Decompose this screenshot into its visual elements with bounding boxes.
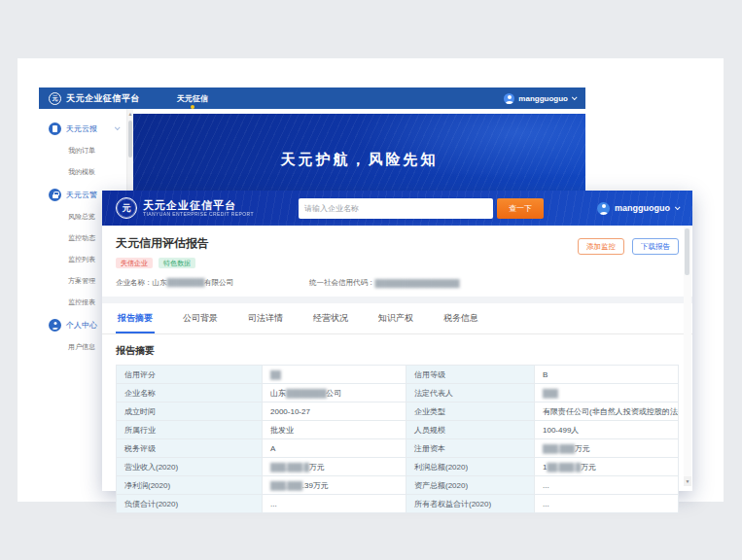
tab-item[interactable]: 知识产权 <box>376 303 415 333</box>
status-badge: 失信企业 <box>116 258 153 268</box>
tab-item[interactable]: 司法详情 <box>246 303 285 333</box>
sidebar-group-label: 天元云警 <box>66 190 97 200</box>
search-button[interactable]: 查一下 <box>497 198 544 219</box>
company-name-label: 企业名称： <box>116 278 153 288</box>
front-brand: 元 天元企业征信平台 TIANYUAN ENTERPRISE CREDIT RE… <box>116 197 254 219</box>
table-value-cell: 100-499人 <box>535 421 678 439</box>
active-nav-dot <box>191 105 194 109</box>
text-segment: 山东 <box>153 278 167 287</box>
text-segment: 100-499人 <box>543 425 579 436</box>
table-label-cell: 注册资本 <box>406 439 535 458</box>
redacted-text: ██ <box>270 370 280 379</box>
user-name: mangguoguo <box>615 203 670 213</box>
text-segment: 有限公司 <box>204 278 233 287</box>
redacted-text: ███,███ <box>543 444 575 453</box>
table-value-cell: A <box>263 439 406 458</box>
scroll-thumb[interactable] <box>685 228 689 275</box>
brand-subtitle: TIANYUAN ENTERPRISE CREDIT REPORT <box>143 211 254 217</box>
table-value-cell: ... <box>263 495 406 513</box>
table-label-cell: 税务评级 <box>117 439 263 458</box>
table-value-cell: ... <box>535 495 678 513</box>
redacted-text: ███,███ <box>270 481 302 490</box>
lock-icon <box>49 189 61 201</box>
badge-row: 失信企业特色数据 <box>116 258 679 268</box>
table-label-cell: 资产总额(2020) <box>406 476 535 495</box>
text-segment: 有限责任公司(非自然人投资或控股的法人独资) <box>543 406 678 417</box>
table-value-cell: ███,███万元 <box>535 439 678 458</box>
sidebar-group[interactable]: 天元云报 <box>39 117 126 140</box>
user-name: mangguoguo <box>518 94 568 103</box>
redacted-text: ███ <box>543 389 558 398</box>
user-icon <box>49 319 61 332</box>
table-value-cell: B <box>535 366 678 384</box>
table-value-cell: 山东████████公司 <box>263 384 406 402</box>
avatar-icon <box>597 202 610 215</box>
search-bar: 查一下 <box>299 198 544 219</box>
chevron-down-icon <box>115 124 121 130</box>
sidebar-item[interactable]: 我的模板 <box>39 161 126 183</box>
text-segment: 万元 <box>309 462 325 472</box>
brand-logo-icon: 元 <box>116 197 137 219</box>
table-label-cell: 所属行业 <box>117 421 263 439</box>
table-label-cell: 信用评分 <box>117 366 263 384</box>
credit-code-label: 统一社会信用代码： <box>309 278 375 288</box>
text-segment: .39万元 <box>302 480 329 491</box>
report-tabs: 报告摘要公司背景司法详情经营状况知识产权税务信息 <box>102 303 692 334</box>
brand-title: 天元企业征信平台 <box>143 199 254 211</box>
banner-title: 天元护航，风险先知 <box>133 114 585 169</box>
search-input[interactable] <box>299 198 493 219</box>
report-head: 天元信用评估报告 失信企业特色数据 添加监控下载报告 企业名称： 山东█████… <box>102 226 692 297</box>
table-label-cell: 人员规模 <box>406 421 535 439</box>
document-icon-glyph <box>53 125 57 132</box>
redacted-text: ██████████████████ <box>375 279 460 288</box>
text-segment: ... <box>543 500 549 508</box>
text-segment: 万元 <box>581 462 596 472</box>
table-value-cell: ███ <box>535 384 678 402</box>
sidebar-item[interactable]: 我的订单 <box>39 140 126 161</box>
tab-item[interactable]: 经营状况 <box>311 303 350 333</box>
avatar-icon <box>504 93 514 104</box>
scroll-thumb[interactable] <box>128 121 132 158</box>
tab-active[interactable]: 报告摘要 <box>116 303 155 333</box>
table-label-cell: 负债合计(2020) <box>117 495 263 513</box>
user-menu[interactable]: mangguoguo <box>504 93 576 104</box>
front-scrollbar[interactable]: ▼ <box>684 227 691 486</box>
chevron-down-icon <box>572 94 578 100</box>
redacted-text: ███,███.█ <box>270 463 309 472</box>
redacted-text: ████████ <box>167 278 205 287</box>
brand-title: 天元企业征信平台 <box>66 92 140 105</box>
text-segment: ... <box>543 481 549 490</box>
table-label-cell: 利润总额(2020) <box>406 458 535 476</box>
user-menu[interactable]: mangguoguo <box>597 202 679 215</box>
brand-logo-icon: 元 <box>49 92 61 105</box>
text-segment: 批发业 <box>270 425 294 436</box>
section-title: 报告摘要 <box>116 344 679 358</box>
table-value-cell: 批发业 <box>263 421 406 439</box>
nav-item-credit[interactable]: 天元征信 <box>175 93 210 104</box>
table-value-cell: 2000-10-27 <box>263 402 406 421</box>
text-segment: 公司 <box>326 388 341 399</box>
document-icon <box>49 122 61 135</box>
report-window: 元 天元企业征信平台 TIANYUAN ENTERPRISE CREDIT RE… <box>102 191 692 491</box>
scroll-down-icon[interactable]: ▼ <box>684 476 691 486</box>
user-icon-glyph <box>51 321 59 330</box>
table-value-cell: 1██,███.█万元 <box>535 458 678 476</box>
company-info-row: 企业名称： 山东████████有限公司 统一社会信用代码： █████████… <box>116 278 679 288</box>
credit-code-value: ██████████████████ <box>375 279 460 288</box>
download-report-button[interactable]: 下载报告 <box>632 238 679 255</box>
table-value-cell: ███,███.39万元 <box>263 476 406 495</box>
add-monitor-button[interactable]: 添加监控 <box>578 238 624 255</box>
table-value-cell: ... <box>535 476 678 495</box>
tab-item[interactable]: 税务信息 <box>442 303 480 333</box>
text-segment: 山东 <box>270 388 286 399</box>
company-name-value: 山东████████有限公司 <box>153 278 234 288</box>
table-label-cell: 法定代表人 <box>406 384 535 402</box>
front-header: 元 天元企业征信平台 TIANYUAN ENTERPRISE CREDIT RE… <box>102 191 692 226</box>
table-value-cell: ██ <box>263 366 406 384</box>
table-label-cell: 信用等级 <box>406 366 535 384</box>
redacted-text: ████████ <box>286 389 326 398</box>
tab-item[interactable]: 公司背景 <box>181 303 220 333</box>
text-segment: 2000-10-27 <box>270 407 310 416</box>
text-segment: ... <box>270 500 277 508</box>
summary-table: 信用评分██信用等级B企业名称山东████████公司法定代表人███成立时间2… <box>116 365 679 513</box>
